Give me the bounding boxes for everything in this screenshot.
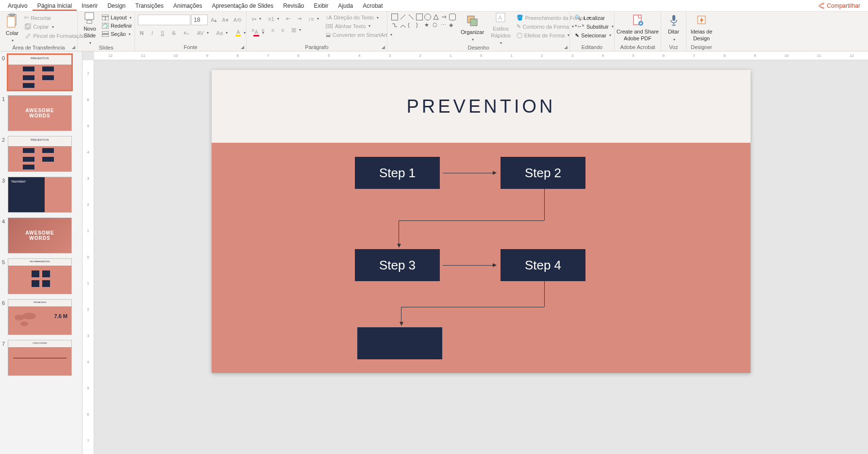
menu-design[interactable]: Design xyxy=(102,1,130,11)
thumbnail-item[interactable]: 4AWESOME WORDS xyxy=(2,218,82,253)
text-direction-button[interactable]: ↕ADireção do Texto▾ xyxy=(324,14,394,21)
arrange-button[interactable]: Organizar ▾ xyxy=(458,13,487,44)
menu-revisao[interactable]: Revisão xyxy=(278,1,309,11)
shape-oval-icon[interactable] xyxy=(424,14,431,20)
menu-animacoes[interactable]: Animações xyxy=(168,1,207,11)
menu-exibir[interactable]: Exibir xyxy=(309,1,334,11)
slide-title[interactable]: PREVENTION xyxy=(406,96,555,117)
share-button[interactable]: Compartilhar xyxy=(818,2,865,9)
menu-ajuda[interactable]: Ajuda xyxy=(334,1,358,11)
flow-step-1[interactable]: Step 1 xyxy=(355,157,440,189)
shape-star-icon[interactable]: ★ xyxy=(424,22,431,29)
clear-format-button[interactable]: A⟲ xyxy=(232,16,243,24)
thumbnail[interactable]: PREVENTION xyxy=(8,136,72,172)
dialog-launcher-icon[interactable]: ◢ xyxy=(239,44,245,50)
slide-canvas[interactable]: PREVENTION Step 1 Step 2 Step 3 Step 4 xyxy=(94,60,868,454)
thumbnail[interactable]: RECOMMENDATIONS xyxy=(8,258,72,294)
strike-button[interactable]: S xyxy=(170,29,177,37)
paste-button[interactable]: Colar ▾ xyxy=(3,13,21,44)
outdent-button[interactable]: ⇤ xyxy=(284,15,292,23)
find-button[interactable]: 🔍Localizar xyxy=(573,14,611,22)
shape-roundrect-icon[interactable] xyxy=(449,14,456,20)
shapes-gallery[interactable]: { } ★ ⬡ ⋯ ◈ xyxy=(390,13,457,30)
menu-acrobat[interactable]: Acrobat xyxy=(358,1,387,11)
shape-triangle-icon[interactable] xyxy=(433,14,439,20)
menu-apresentacao[interactable]: Apresentação de Slides xyxy=(207,1,278,11)
dialog-launcher-icon[interactable]: ◢ xyxy=(380,44,386,50)
arrow-2-down[interactable] xyxy=(544,189,545,220)
thumbnail-item[interactable]: 1AWESOME WORDS xyxy=(2,95,82,131)
section-button[interactable]: Seção▾ xyxy=(100,30,134,38)
arrow-4-5[interactable] xyxy=(401,307,544,325)
flow-step-2[interactable]: Step 2 xyxy=(501,157,585,189)
increase-font-button[interactable]: A▴ xyxy=(209,16,219,24)
shape-more-icon[interactable]: ⋯ xyxy=(441,22,448,29)
menu-arquivo[interactable]: Arquivo xyxy=(3,1,33,11)
convert-smartart-button[interactable]: ⬓Converter em SmartArt▾ xyxy=(324,31,394,39)
shape-line-icon[interactable] xyxy=(400,14,406,20)
thumbnail-panel[interactable]: 0PREVENTION1AWESOME WORDS2PREVENTION3TRE… xyxy=(0,51,83,454)
dictate-button[interactable]: Ditar ▾ xyxy=(664,13,683,43)
shape-line2-icon[interactable] xyxy=(408,14,415,20)
menu-pagina-inicial[interactable]: Página Inicial xyxy=(33,1,77,11)
bullets-button[interactable]: ≡•▾ xyxy=(250,15,263,23)
arrow-3-4[interactable] xyxy=(443,265,496,266)
numbering-button[interactable]: ≡1▾ xyxy=(266,15,281,23)
indent-button[interactable]: ⇥ xyxy=(295,15,303,23)
highlight-button[interactable]: A▾ xyxy=(234,28,248,37)
align-center-button[interactable]: ≡ xyxy=(259,26,266,34)
shape-hex-icon[interactable]: ⬡ xyxy=(433,22,439,29)
reset-button[interactable]: Redefinir xyxy=(100,22,134,30)
underline-button[interactable]: S xyxy=(159,29,166,37)
align-left-button[interactable]: ≡ xyxy=(250,26,256,34)
thumbnail[interactable]: AWESOME WORDS xyxy=(8,218,72,253)
dialog-launcher-icon[interactable]: ◢ xyxy=(70,44,76,50)
slide[interactable]: PREVENTION Step 1 Step 2 Step 3 Step 4 xyxy=(212,70,751,373)
dialog-launcher-icon[interactable]: ◢ xyxy=(563,44,568,50)
arrow-4-down[interactable] xyxy=(544,281,545,307)
shape-more2-icon[interactable]: ◈ xyxy=(449,22,456,29)
thumbnail[interactable]: CONCLUSIONS xyxy=(8,340,72,376)
thumbnail-item[interactable]: 2PREVENTION xyxy=(2,136,82,172)
shape-brace2-icon[interactable]: } xyxy=(416,22,423,29)
shape-curve-icon[interactable] xyxy=(400,22,406,29)
replace-button[interactable]: ᵃ↔ᵇSubstituir▾ xyxy=(573,22,611,31)
thumbnail[interactable]: TREATMENT xyxy=(8,177,72,213)
align-right-button[interactable]: ≡ xyxy=(269,26,276,34)
shadow-button[interactable]: ᴀᵥ xyxy=(182,29,191,37)
flow-step-4[interactable]: Step 4 xyxy=(501,249,585,281)
font-size-input[interactable]: 18 xyxy=(191,15,208,25)
char-spacing-button[interactable]: AV▾ xyxy=(195,29,211,37)
shape-elbow-icon[interactable] xyxy=(391,22,398,29)
justify-button[interactable]: ≡ xyxy=(279,26,286,34)
italic-button[interactable]: I xyxy=(150,29,155,37)
select-button[interactable]: ⬉Selecionar▾ xyxy=(573,31,611,39)
shape-brace1-icon[interactable]: { xyxy=(408,22,415,29)
create-share-pdf-button[interactable]: Create and Share Adobe PDF xyxy=(618,13,658,43)
menu-transicoes[interactable]: Transições xyxy=(131,1,168,11)
thumbnail[interactable]: AWESOME WORDS xyxy=(8,95,72,131)
layout-button[interactable]: Layout▾ xyxy=(100,14,134,21)
shape-rect-icon[interactable] xyxy=(416,14,423,20)
thumbnail-item[interactable]: 0PREVENTION xyxy=(2,54,82,90)
columns-button[interactable]: ▥▾ xyxy=(289,26,303,34)
new-slide-button[interactable]: Novo Slide ▾ xyxy=(81,13,99,44)
thumbnail-item[interactable]: 5RECOMMENDATIONS xyxy=(2,258,82,294)
flow-step-5[interactable] xyxy=(357,327,442,359)
font-name-input[interactable] xyxy=(138,15,190,25)
bold-button[interactable]: N xyxy=(138,29,146,37)
line-spacing-button[interactable]: ↕≡▾ xyxy=(306,15,321,23)
quick-styles-button[interactable]: A Estilos Rápidos ▾ xyxy=(488,13,513,44)
thumbnail-item[interactable]: 7CONCLUSIONS xyxy=(2,340,82,376)
arrow-1-2[interactable] xyxy=(443,173,496,173)
shape-textbox-icon[interactable] xyxy=(391,14,398,20)
thumbnail[interactable]: PREVALENCE7.6 M xyxy=(8,299,72,335)
flow-step-3[interactable]: Step 3 xyxy=(355,249,440,281)
slide-title-area[interactable]: PREVENTION xyxy=(212,70,751,143)
shape-arrow-icon[interactable] xyxy=(441,14,448,20)
arrow-2-3[interactable] xyxy=(399,220,544,247)
menu-inserir[interactable]: Inserir xyxy=(77,1,102,11)
design-ideas-button[interactable]: Ideias de Design xyxy=(689,13,714,43)
decrease-font-button[interactable]: A▾ xyxy=(220,16,230,24)
thumbnail[interactable]: PREVENTION xyxy=(8,54,72,90)
